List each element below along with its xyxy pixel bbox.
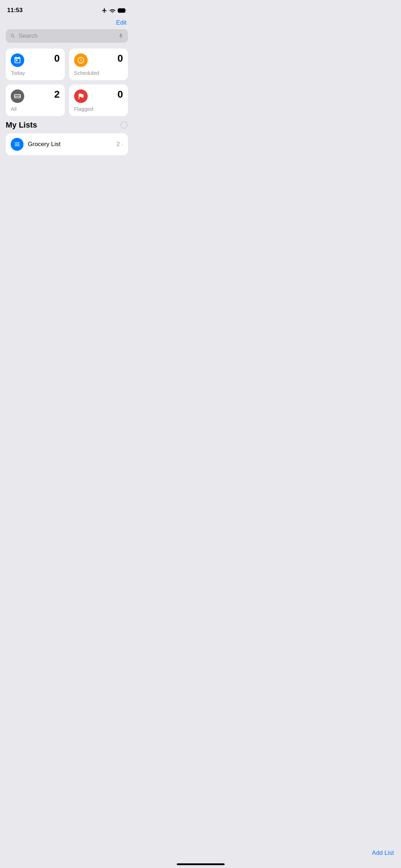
svg-rect-1 (118, 9, 123, 12)
grocery-list-name: Grocery List (28, 141, 112, 148)
tray-icon (14, 92, 21, 100)
today-count: 0 (54, 53, 60, 63)
flagged-label: Flagged (74, 106, 123, 112)
my-lists-header: My Lists (6, 120, 128, 130)
status-icons (102, 7, 127, 13)
scheduled-card-top: 0 (74, 53, 123, 67)
airplane-icon (102, 7, 107, 13)
scheduled-card[interactable]: 0 Scheduled (69, 48, 128, 80)
chevron-right-icon: › (121, 141, 123, 147)
search-bar (6, 29, 128, 43)
svg-point-2 (121, 122, 127, 128)
flagged-card[interactable]: 0 Flagged (69, 84, 128, 116)
edit-button[interactable]: Edit (116, 19, 127, 26)
flagged-card-top: 0 (74, 89, 123, 103)
status-time: 11:53 (7, 7, 22, 14)
search-container (0, 29, 134, 48)
status-bar: 11:53 (0, 0, 134, 18)
all-card-top: 2 (11, 89, 60, 103)
all-icon (11, 89, 24, 103)
search-input[interactable] (19, 32, 115, 40)
clock-icon (77, 56, 85, 64)
cards-grid: 0 Today 0 Scheduled 2 All (0, 48, 134, 116)
my-lists-section: My Lists Grocery List 2 › (0, 120, 134, 155)
grocery-list-icon (11, 138, 24, 151)
search-icon (10, 33, 16, 39)
list-item[interactable]: Grocery List 2 › (6, 133, 128, 155)
all-count: 2 (54, 89, 60, 99)
grocery-list-right: 2 › (117, 141, 123, 148)
today-label: Today (11, 70, 60, 76)
scheduled-label: Scheduled (74, 70, 123, 76)
my-lists-title: My Lists (6, 120, 37, 130)
today-icon (11, 53, 24, 67)
flagged-count: 0 (117, 89, 123, 99)
calendar-icon (14, 56, 21, 64)
lists-container: Grocery List 2 › (6, 133, 128, 155)
list-bullet-icon (14, 141, 21, 148)
grocery-list-count: 2 (117, 141, 120, 148)
all-label: All (11, 106, 60, 112)
loading-spinner-icon (120, 121, 128, 129)
flagged-icon (74, 89, 88, 103)
today-card[interactable]: 0 Today (6, 48, 65, 80)
all-card[interactable]: 2 All (6, 84, 65, 116)
flag-icon (77, 92, 85, 100)
header: Edit (0, 18, 134, 29)
scheduled-count: 0 (117, 53, 123, 63)
wifi-icon (109, 8, 115, 13)
microphone-icon[interactable] (118, 32, 124, 40)
battery-icon (118, 8, 127, 13)
scheduled-icon (74, 53, 88, 67)
today-card-top: 0 (11, 53, 60, 67)
